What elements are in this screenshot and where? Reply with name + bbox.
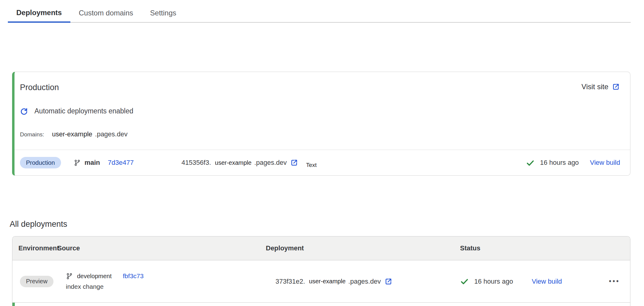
table-row: Preview development fbf3c73 index change [12, 260, 630, 303]
commit-link[interactable]: 7d3e477 [108, 159, 134, 167]
all-deployments-title: All deployments [10, 219, 644, 229]
deployment-cell: 373f31e2. user-example .pages.dev [266, 277, 460, 286]
production-deployment-row: Production main 7d3e477 415356f3. user-e… [14, 150, 630, 175]
deploy-time: 16 hours ago [540, 159, 579, 167]
view-build-link[interactable]: View build [532, 278, 562, 285]
col-environment: Environment [18, 244, 57, 252]
deploy-time: 16 hours ago [474, 278, 513, 285]
deployment-domain: user-example [309, 278, 346, 285]
external-link-icon[interactable] [290, 158, 298, 167]
row-menu-button[interactable]: ••• [609, 278, 620, 285]
status-cell: 16 hours ago View build ••• [460, 277, 630, 286]
success-check-icon [526, 158, 535, 167]
tab-settings[interactable]: Settings [142, 8, 185, 22]
git-branch-icon [66, 273, 73, 280]
git-branch-icon [74, 159, 81, 166]
deployment-suffix: .pages.dev [254, 159, 287, 167]
domain-name: user-example [52, 130, 92, 138]
tab-deployments[interactable]: Deployments [8, 8, 70, 23]
deployments-table: Environment Source Deployment Status Pre… [12, 236, 630, 306]
tab-custom-domains[interactable]: Custom domains [70, 8, 142, 22]
col-deployment: Deployment [266, 244, 460, 252]
auto-deploy-text: Automatic deployments enabled [34, 107, 133, 115]
tab-bar: Deployments Custom domains Settings [8, 0, 631, 23]
table-header-row: Environment Source Deployment Status [12, 236, 630, 260]
commit-note: Text [306, 162, 317, 168]
deployment-suffix: .pages.dev [348, 278, 381, 285]
commit-link[interactable]: fbf3c73 [123, 272, 144, 280]
source-cell: development fbf3c73 index change [57, 272, 266, 290]
commit-message: index change [66, 283, 266, 290]
deployment-url: 415356f3. user-example .pages.dev [182, 158, 299, 167]
next-row-stub [12, 303, 630, 306]
auto-refresh-icon [20, 107, 28, 115]
col-status: Status [460, 244, 630, 252]
visit-site-label: Visit site [581, 83, 608, 91]
external-link-icon [612, 83, 620, 91]
deployment-id: 415356f3. [182, 159, 211, 167]
branch-group: main [74, 159, 100, 167]
environment-badge: Production [20, 157, 61, 168]
col-source: Source [57, 244, 266, 252]
success-check-icon [460, 277, 469, 286]
external-link-icon[interactable] [384, 277, 393, 286]
branch-name: development [77, 273, 112, 280]
deployment-id: 373f31e2. [275, 278, 305, 285]
environment-cell: Preview [18, 276, 57, 287]
branch-name: main [85, 159, 100, 167]
production-card-title: Production [20, 83, 59, 93]
domain-suffix: .pages.dev [95, 130, 128, 138]
view-build-link[interactable]: View build [590, 159, 620, 167]
domains-label: Domains: [20, 131, 44, 138]
visit-site-link[interactable]: Visit site [581, 83, 620, 91]
deployment-domain: user-example [215, 159, 252, 166]
production-card: Production Visit site Automa [12, 72, 630, 176]
status-group: 16 hours ago View build [526, 158, 620, 167]
environment-badge: Preview [20, 276, 53, 287]
